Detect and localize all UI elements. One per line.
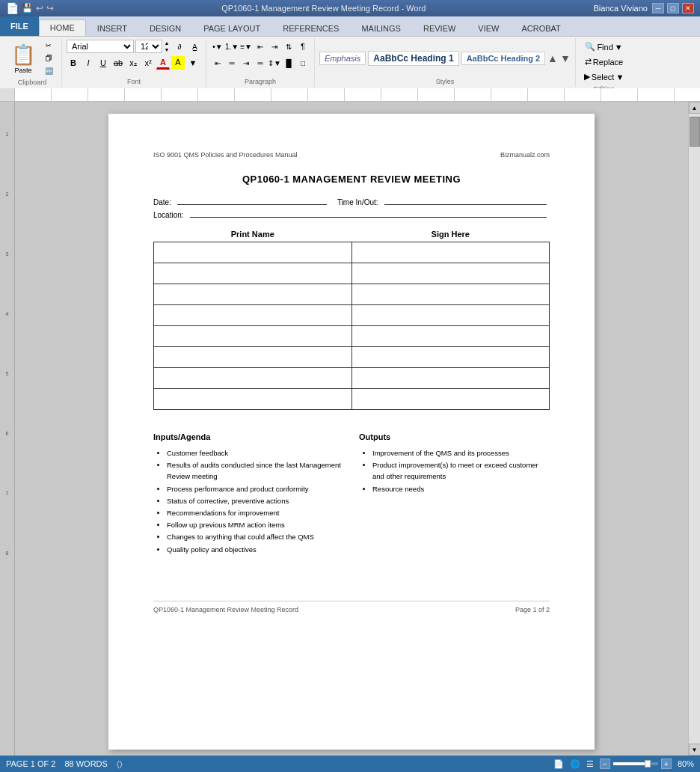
minimize-button[interactable]: ─ bbox=[652, 3, 664, 13]
align-left-button[interactable]: ⇤ bbox=[211, 56, 224, 70]
underline-button[interactable]: U bbox=[96, 56, 110, 70]
align-right-button[interactable]: ⇥ bbox=[239, 56, 253, 70]
borders-button[interactable]: □ bbox=[296, 56, 310, 70]
document-area[interactable]: ISO 9001 QMS Policies and Procedures Man… bbox=[15, 102, 688, 756]
strikethrough-button[interactable]: ab bbox=[111, 56, 125, 70]
tab-references[interactable]: REFERENCES bbox=[271, 19, 350, 36]
tab-home[interactable]: HOME bbox=[39, 19, 86, 36]
style-emphasis[interactable]: Emphasis bbox=[319, 52, 366, 65]
zoom-handle[interactable] bbox=[645, 760, 651, 768]
zoom-bar[interactable] bbox=[613, 762, 658, 765]
styles-scroll-up[interactable]: ▲ bbox=[547, 52, 558, 64]
select-button[interactable]: ▶ Select ▼ bbox=[580, 70, 627, 84]
tab-review[interactable]: REVIEW bbox=[412, 19, 467, 36]
name-cell[interactable] bbox=[154, 389, 352, 410]
select-dropdown-icon[interactable]: ▼ bbox=[615, 73, 624, 82]
paste-button[interactable]: 📋 Paste bbox=[7, 41, 39, 76]
maximize-button[interactable]: ◻ bbox=[667, 3, 679, 13]
numbering-button[interactable]: 1.▼ bbox=[225, 40, 239, 53]
style-heading2[interactable]: AaBbCc Heading 2 bbox=[461, 52, 545, 65]
location-label: Location: bbox=[153, 211, 184, 219]
scroll-down-arrow[interactable]: ▼ bbox=[689, 744, 701, 756]
time-field[interactable] bbox=[384, 204, 547, 205]
save-icon[interactable]: 💾 bbox=[22, 3, 33, 13]
sign-cell[interactable] bbox=[351, 284, 550, 305]
vertical-scrollbar[interactable]: ▲ ▼ bbox=[688, 102, 700, 756]
justify-button[interactable]: ═ bbox=[254, 56, 267, 70]
view-web-icon[interactable]: 🌐 bbox=[570, 759, 580, 769]
copy-button[interactable]: 🗍 bbox=[40, 52, 57, 64]
name-cell[interactable] bbox=[154, 326, 352, 347]
tab-design[interactable]: DESIGN bbox=[138, 19, 192, 36]
font-size-shrink[interactable]: ▼ bbox=[162, 46, 171, 53]
layout-icon[interactable]: 〈〉 bbox=[117, 759, 123, 769]
tab-file[interactable]: FILE bbox=[0, 16, 39, 36]
font-size-grow[interactable]: ▲ bbox=[162, 40, 171, 46]
replace-icon: ⇄ bbox=[585, 57, 592, 67]
sign-cell[interactable] bbox=[351, 263, 550, 284]
font-name-select[interactable]: Arial bbox=[67, 40, 134, 53]
format-painter-button[interactable]: 🆓 bbox=[40, 65, 57, 77]
find-button[interactable]: 🔍 Find ▼ bbox=[581, 40, 626, 54]
superscript-button[interactable]: x² bbox=[141, 56, 155, 70]
name-cell[interactable] bbox=[154, 368, 352, 389]
bold-button[interactable]: B bbox=[67, 56, 80, 70]
name-cell[interactable] bbox=[154, 242, 352, 263]
show-formatting-button[interactable]: ¶ bbox=[296, 40, 310, 53]
multilevel-list-button[interactable]: ≡▼ bbox=[239, 40, 253, 53]
replace-label: Replace bbox=[593, 58, 623, 67]
zoom-level[interactable]: 80% bbox=[678, 759, 694, 768]
tab-mailings[interactable]: MAILINGS bbox=[350, 19, 412, 36]
style-heading1[interactable]: AaBbCc Heading 1 bbox=[368, 51, 458, 66]
date-field[interactable] bbox=[177, 204, 327, 205]
font-color-dropdown[interactable]: ▼ bbox=[186, 56, 200, 70]
bullets-button[interactable]: •▼ bbox=[211, 40, 224, 53]
sign-cell[interactable] bbox=[351, 347, 550, 368]
tab-insert[interactable]: INSERT bbox=[86, 19, 138, 36]
view-outline-icon[interactable]: ☰ bbox=[586, 759, 594, 769]
zoom-minus-button[interactable]: − bbox=[600, 759, 610, 769]
clear-format-button[interactable]: ∂ bbox=[173, 40, 186, 53]
footer-right: Page 1 of 2 bbox=[515, 606, 550, 613]
cut-button[interactable]: ✂ bbox=[40, 40, 57, 52]
scroll-up-arrow[interactable]: ▲ bbox=[689, 102, 701, 114]
redo-icon[interactable]: ↪ bbox=[46, 3, 54, 13]
align-center-button[interactable]: ═ bbox=[225, 56, 239, 70]
date-row: Date: Time In/Out: bbox=[153, 198, 550, 206]
view-print-icon[interactable]: 📄 bbox=[553, 759, 564, 769]
zoom-plus-button[interactable]: + bbox=[661, 759, 672, 769]
name-cell[interactable] bbox=[154, 305, 352, 326]
sign-cell[interactable] bbox=[351, 368, 550, 389]
sign-cell[interactable] bbox=[351, 389, 550, 410]
undo-icon[interactable]: ↩ bbox=[36, 3, 43, 13]
tab-view[interactable]: VIEW bbox=[467, 19, 510, 36]
tab-acrobat[interactable]: ACROBAT bbox=[510, 19, 571, 36]
find-dropdown-icon[interactable]: ▼ bbox=[615, 43, 623, 52]
line-spacing-button[interactable]: ⇕▼ bbox=[268, 56, 281, 70]
sort-button[interactable]: ⇅ bbox=[282, 40, 295, 53]
name-cell[interactable] bbox=[154, 263, 352, 284]
replace-button[interactable]: ⇄ Replace bbox=[581, 55, 627, 69]
shading-button[interactable]: █ bbox=[282, 56, 295, 70]
text-color-button[interactable]: A bbox=[156, 56, 170, 70]
close-button[interactable]: ✕ bbox=[682, 3, 694, 13]
sign-cell[interactable] bbox=[351, 305, 550, 326]
name-cell[interactable] bbox=[154, 347, 352, 368]
sign-cell[interactable] bbox=[351, 242, 550, 263]
scroll-thumb[interactable] bbox=[690, 117, 700, 147]
location-field[interactable] bbox=[190, 217, 547, 218]
increase-indent-button[interactable]: ⇥ bbox=[268, 40, 281, 53]
highlight-color-button[interactable]: A bbox=[171, 56, 185, 70]
tab-page-layout[interactable]: PAGE LAYOUT bbox=[192, 19, 271, 36]
styles-scroll-down[interactable]: ▼ bbox=[560, 52, 571, 64]
sign-cell[interactable] bbox=[351, 326, 550, 347]
table-row bbox=[154, 263, 550, 284]
font-label: Font bbox=[67, 76, 201, 85]
subscript-button[interactable]: x₂ bbox=[126, 56, 140, 70]
decrease-indent-button[interactable]: ⇤ bbox=[254, 40, 267, 53]
zoom-fill bbox=[613, 762, 647, 765]
font-size-select[interactable]: 12 bbox=[135, 40, 162, 53]
text-highlight-button[interactable]: A̲ bbox=[188, 40, 201, 53]
name-cell[interactable] bbox=[154, 284, 352, 305]
italic-button[interactable]: I bbox=[82, 56, 95, 70]
